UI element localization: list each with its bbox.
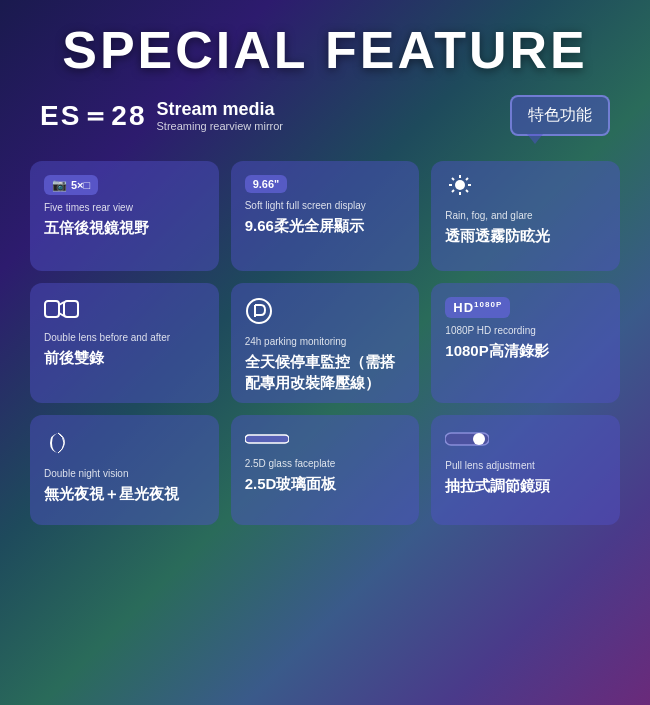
card-en-lens: Pull lens adjustment — [445, 459, 535, 472]
page-title: SPECIAL FEATURE — [30, 20, 620, 80]
model-id: ES＝28 — [40, 97, 147, 135]
card-cn-glass: 2.5D玻璃面板 — [245, 473, 337, 494]
model-section: ES＝28 Stream media Streaming rearview mi… — [40, 97, 283, 135]
card-en-dual: Double lens before and after — [44, 331, 170, 344]
svg-point-16 — [473, 433, 485, 445]
dual-camera-icon — [44, 297, 80, 325]
moon-icon — [44, 429, 72, 461]
subtitle-row: ES＝28 Stream media Streaming rearview mi… — [30, 95, 620, 136]
card-night-vision: Double night vision 無光夜視＋星光夜視 — [30, 415, 219, 525]
model-name-block: Stream media Streaming rearview mirror — [157, 99, 284, 132]
badge-text-screen: 9.66" — [253, 178, 280, 190]
feature-badge: 特色功能 — [510, 95, 610, 136]
badge-text-hd: HD1080P — [453, 300, 502, 315]
card-dual-lens: Double lens before and after 前後雙錄 — [30, 283, 219, 403]
toggle-icon — [445, 429, 489, 453]
card-en-night: Double night vision — [44, 467, 129, 480]
card-five-times: 📷 5×□ Five times rear view 五倍後視鏡視野 — [30, 161, 219, 271]
parking-icon — [245, 297, 273, 329]
card-cn-screen: 9.66柔光全屏顯示 — [245, 215, 364, 236]
svg-point-13 — [247, 299, 271, 323]
card-cn-hd: 1080P高清錄影 — [445, 340, 548, 361]
badge-icon-camera: 📷 — [52, 178, 67, 192]
card-cn-five-times: 五倍後視鏡視野 — [44, 217, 149, 238]
svg-rect-9 — [45, 301, 59, 317]
svg-line-6 — [466, 190, 468, 192]
card-en-hd: 1080P HD recording — [445, 324, 535, 337]
card-cn-dual: 前後雙錄 — [44, 347, 104, 368]
svg-line-7 — [466, 178, 468, 180]
card-parking: 24h parking monitoring 全天候停車監控（需搭配專用改裝降壓… — [231, 283, 420, 403]
main-container: SPECIAL FEATURE ES＝28 Stream media Strea… — [0, 0, 650, 705]
features-grid: 📷 5×□ Five times rear view 五倍後視鏡視野 9.66"… — [30, 161, 620, 525]
sun-rays-icon — [445, 175, 475, 203]
card-cn-rain: 透雨透霧防眩光 — [445, 225, 550, 246]
model-name: Stream media — [157, 99, 284, 120]
svg-rect-14 — [245, 435, 289, 443]
card-badge-hd: HD1080P — [445, 297, 510, 318]
glass-icon — [245, 429, 289, 451]
card-cn-parking: 全天候停車監控（需搭配專用改裝降壓線） — [245, 351, 406, 393]
card-en-glass: 2.5D glass faceplate — [245, 457, 336, 470]
svg-rect-12 — [64, 301, 78, 317]
badge-text-five-times: 5×□ — [71, 179, 90, 191]
card-cn-lens: 抽拉式調節鏡頭 — [445, 475, 550, 496]
card-glass: 2.5D glass faceplate 2.5D玻璃面板 — [231, 415, 420, 525]
card-badge-screen: 9.66" — [245, 175, 288, 193]
card-hd: HD1080P 1080P HD recording 1080P高清錄影 — [431, 283, 620, 403]
card-pull-lens: Pull lens adjustment 抽拉式調節鏡頭 — [431, 415, 620, 525]
model-sub: Streaming rearview mirror — [157, 120, 284, 132]
svg-line-8 — [452, 190, 454, 192]
card-soft-screen: 9.66" Soft light full screen display 9.6… — [231, 161, 420, 271]
card-rain-fog: Rain, fog, and glare 透雨透霧防眩光 — [431, 161, 620, 271]
svg-point-0 — [455, 180, 465, 190]
card-en-five-times: Five times rear view — [44, 201, 133, 214]
card-en-parking: 24h parking monitoring — [245, 335, 347, 348]
card-en-rain: Rain, fog, and glare — [445, 209, 532, 222]
card-cn-night: 無光夜視＋星光夜視 — [44, 483, 179, 504]
card-en-screen: Soft light full screen display — [245, 199, 366, 212]
card-badge-five-times: 📷 5×□ — [44, 175, 98, 195]
svg-line-5 — [452, 178, 454, 180]
